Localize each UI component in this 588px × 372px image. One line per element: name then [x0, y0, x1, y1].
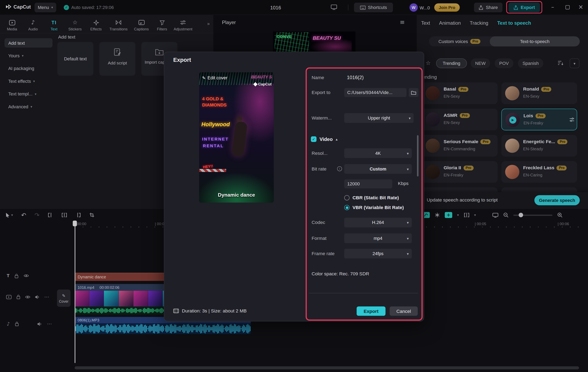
neon-sign-gold: 4 GOLD & — [202, 96, 223, 101]
neon-sign-hey: HEY!! — [203, 164, 213, 169]
hazard-stripe — [199, 169, 226, 172]
dialog-title: Export — [173, 57, 191, 63]
cover-preview: BEAUTY S 4 GOLD & DIAMONDS Hollywood INT… — [199, 72, 274, 202]
edit-cover-label: Edit cover — [207, 75, 227, 80]
dialog-info-text: Duration: 3s | Size: about 2 MB — [182, 308, 247, 314]
neon-sign-hollywood: Hollywood — [201, 121, 230, 127]
dancer-silhouette-head — [237, 116, 242, 122]
capcut-app: CapCut Menu ▾ ✓ Auto saved: 17:29:06 101… — [0, 0, 588, 372]
neon-sign-diamonds: DIAMONDS — [202, 102, 227, 108]
capcut-watermark: CapCut — [254, 82, 272, 86]
neon-glow-floor — [199, 173, 274, 202]
watermark-text: CapCut — [258, 82, 271, 86]
neon-sign-internet: INTERNET — [202, 137, 229, 141]
film-icon — [173, 309, 179, 313]
annotation-export-button — [506, 1, 542, 14]
annotation-export-settings — [306, 68, 423, 321]
watermark-logo-icon — [253, 82, 258, 86]
dialog-footer-info: Duration: 3s | Size: about 2 MB — [173, 308, 247, 314]
neon-sign-rental: RENTAL — [203, 143, 224, 148]
cover-caption: Dynamic dance — [199, 191, 274, 198]
edit-cover-button[interactable]: ✎ Edit cover — [202, 75, 227, 80]
pencil-icon: ✎ — [202, 75, 206, 80]
cover-caption-text: Dynamic dance — [218, 192, 255, 198]
